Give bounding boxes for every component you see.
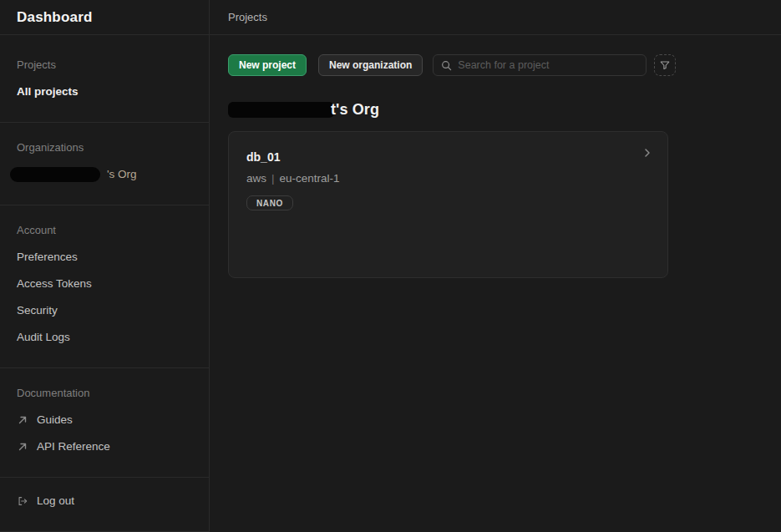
section-label-organizations: Organizations xyxy=(17,141,192,155)
sidebar-section-session: Log out xyxy=(0,478,209,532)
redaction-box xyxy=(228,102,334,118)
section-label-account: Account xyxy=(17,224,192,237)
filter-funnel-icon xyxy=(659,59,671,71)
sidebar-item-preferences[interactable]: Preferences xyxy=(17,249,192,266)
sidebar-item-label: Security xyxy=(17,302,58,319)
sidebar-section-account: Account Preferences Access Tokens Securi… xyxy=(0,205,209,368)
sidebar-section-documentation: Documentation Guides API Reference xyxy=(0,368,209,478)
new-organization-button[interactable]: New organization xyxy=(318,54,423,76)
sidebar-item-api-reference[interactable]: API Reference xyxy=(17,438,192,455)
sidebar-header: Dashboard xyxy=(0,0,209,35)
organization-name-suffix: 's Org xyxy=(107,166,137,183)
project-provider: aws xyxy=(246,172,266,185)
project-meta: aws | eu-central-1 xyxy=(246,172,650,185)
sidebar-item-audit-logs[interactable]: Audit Logs xyxy=(17,329,192,346)
sidebar: Dashboard Projects All projects Organiza… xyxy=(0,0,210,532)
sidebar-section-projects: Projects All projects xyxy=(0,35,209,123)
project-card[interactable]: db_01 aws | eu-central-1 NANO xyxy=(228,131,668,278)
tier-badge: NANO xyxy=(246,195,293,210)
sidebar-item-access-tokens[interactable]: Access Tokens xyxy=(17,276,192,292)
section-label-projects: Projects xyxy=(17,58,192,72)
org-heading-row: t's Org xyxy=(228,101,763,119)
sidebar-nav: Projects All projects Organizations 's O… xyxy=(0,35,209,532)
section-label-documentation: Documentation xyxy=(17,387,192,400)
main-area: Projects New project New organization xyxy=(210,0,781,532)
external-link-icon xyxy=(17,441,28,453)
filter-button[interactable] xyxy=(654,54,676,76)
sidebar-item-label: Access Tokens xyxy=(17,276,92,292)
sidebar-item-security[interactable]: Security xyxy=(17,302,192,319)
sidebar-item-all-projects[interactable]: All projects xyxy=(17,84,192,100)
sidebar-item-label: All projects xyxy=(17,84,79,100)
app-root: Dashboard Projects All projects Organiza… xyxy=(0,0,781,532)
sidebar-item-guides[interactable]: Guides xyxy=(17,412,192,428)
search-icon xyxy=(441,60,452,71)
chevron-right-icon xyxy=(641,146,654,160)
breadcrumb: Projects xyxy=(228,11,267,23)
sidebar-item-label: Preferences xyxy=(17,249,78,266)
search-input[interactable] xyxy=(458,59,638,71)
sidebar-section-organizations: Organizations 's Org xyxy=(0,123,209,205)
sidebar-item-label: Guides xyxy=(37,412,73,428)
project-name: db_01 xyxy=(246,150,650,164)
external-link-icon xyxy=(17,414,28,426)
sidebar-item-label: Audit Logs xyxy=(17,329,70,346)
project-search-box[interactable] xyxy=(433,54,647,76)
app-title: Dashboard xyxy=(17,9,93,26)
logout-icon xyxy=(17,495,28,507)
main-content: New project New organization t's Org xyxy=(210,35,781,278)
meta-separator: | xyxy=(271,172,275,185)
sidebar-item-organization[interactable]: 's Org xyxy=(17,166,192,183)
org-heading: t's Org xyxy=(331,101,379,119)
redaction-box xyxy=(10,167,100,182)
logout-button[interactable]: Log out xyxy=(17,493,192,509)
logout-label: Log out xyxy=(37,493,74,509)
new-project-button[interactable]: New project xyxy=(228,54,307,76)
sidebar-item-label: API Reference xyxy=(37,438,110,455)
toolbar: New project New organization xyxy=(228,54,763,76)
project-region: eu-central-1 xyxy=(280,172,340,185)
top-bar: Projects xyxy=(210,0,781,35)
